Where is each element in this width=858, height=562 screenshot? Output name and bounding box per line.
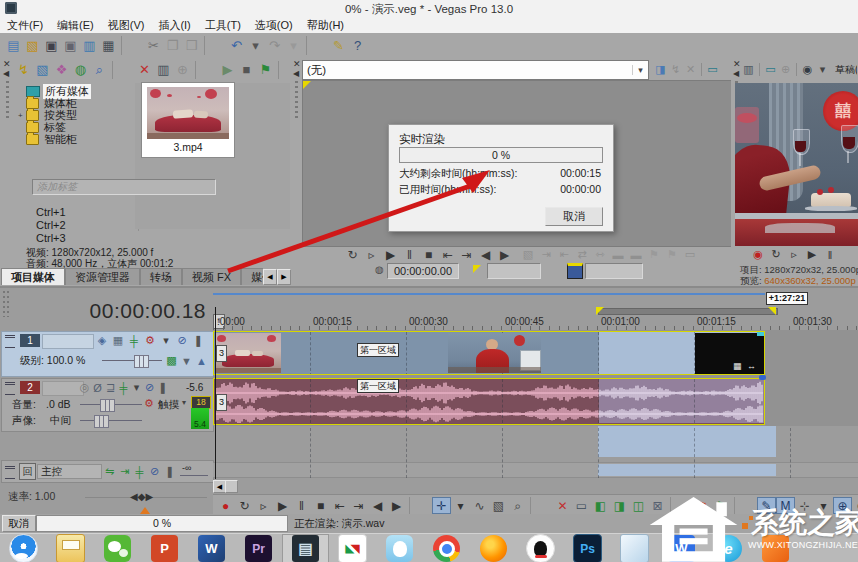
- search-media-icon[interactable]: ⌕: [90, 61, 109, 79]
- separator[interactable]: [306, 36, 326, 55]
- separator[interactable]: [121, 36, 141, 55]
- loop-playback-icon[interactable]: ↻: [343, 247, 362, 262]
- automation-gear-icon[interactable]: ⚙: [144, 397, 154, 410]
- bypass-fx-icon[interactable]: ╪: [132, 465, 147, 479]
- preview-stop-icon[interactable]: ■: [237, 61, 256, 79]
- pause-icon[interactable]: ‖: [292, 497, 311, 514]
- select-in-icon[interactable]: ⇥: [537, 247, 555, 262]
- track1-name-field[interactable]: [42, 334, 94, 349]
- big-timecode[interactable]: 00:00:00.18: [0, 299, 206, 323]
- menu-item[interactable]: 帮助(H): [300, 18, 351, 33]
- marker-icon[interactable]: ⚑: [645, 247, 663, 262]
- play-from-start-icon[interactable]: ▹: [362, 247, 381, 262]
- next-frame-icon[interactable]: ▶: [387, 497, 406, 514]
- zoom-tool-icon[interactable]: ⌕: [508, 497, 527, 514]
- touch-caret-icon[interactable]: ▾: [182, 398, 186, 407]
- level-slider-track[interactable]: [102, 360, 162, 361]
- autopreview-icon[interactable]: ↯: [668, 62, 683, 76]
- external-monitor-icon[interactable]: ▭: [705, 62, 720, 76]
- trimmer-field-out[interactable]: [585, 263, 643, 279]
- mute-icon[interactable]: ⊘: [174, 334, 190, 348]
- event-fx-icon[interactable]: ↔: [747, 361, 756, 371]
- snap-icon[interactable]: ▭: [572, 497, 591, 514]
- dock-collapse-icon[interactable]: ◀: [293, 69, 299, 78]
- overlay-icon[interactable]: ⊕: [778, 62, 793, 76]
- track-minimize-icon[interactable]: [5, 382, 15, 395]
- menu-item[interactable]: 插入(I): [151, 18, 197, 33]
- cut-icon[interactable]: ✂: [144, 36, 163, 55]
- loop-start-marker[interactable]: [596, 307, 604, 315]
- project-properties-icon[interactable]: ▦: [99, 36, 118, 55]
- separator[interactable]: [204, 36, 224, 55]
- record-icon[interactable]: ●: [216, 497, 235, 514]
- menu-item[interactable]: 视图(V): [101, 18, 152, 33]
- pan-crop-icon[interactable]: ▦: [733, 361, 742, 371]
- open-in-trimmer-icon[interactable]: ◨: [653, 62, 668, 76]
- preview-quality-label[interactable]: 草稿(自: [835, 63, 857, 77]
- dock-tab[interactable]: 转场: [140, 268, 182, 285]
- selection-tool-icon[interactable]: ▧: [489, 497, 508, 514]
- trimmer-combo[interactable]: (无) ▾: [302, 60, 649, 80]
- vol-slider-thumb[interactable]: [100, 399, 115, 412]
- scroll-thumb[interactable]: [225, 480, 238, 493]
- redo-icon[interactable]: ↷: [265, 36, 284, 55]
- envelope-tool-icon[interactable]: ∿: [470, 497, 489, 514]
- automation-caret-icon[interactable]: ▾: [158, 334, 174, 348]
- invert-phase-icon[interactable]: Ø: [91, 381, 104, 395]
- ungroup-icon[interactable]: ⊗: [852, 497, 858, 514]
- tab-scroll-right-icon[interactable]: ▶: [277, 269, 291, 285]
- delete-icon[interactable]: ✕: [553, 497, 572, 514]
- record-icon[interactable]: ◉: [749, 248, 767, 262]
- master-slider[interactable]: [180, 475, 208, 476]
- region-label-audio[interactable]: 第一区域: [357, 379, 399, 393]
- dock-tab[interactable]: 媒体生成器: [241, 268, 263, 285]
- cancel-button[interactable]: 取消: [545, 207, 603, 226]
- envelope-point[interactable]: [759, 375, 766, 380]
- redo-caret-icon[interactable]: ▾: [284, 36, 303, 55]
- play-icon[interactable]: ▶: [803, 248, 821, 262]
- next-frame-icon[interactable]: ▶: [495, 247, 514, 262]
- menu-item[interactable]: 文件(F): [0, 18, 50, 33]
- get-media-web-icon[interactable]: ◍: [71, 61, 90, 79]
- master-box-icon[interactable]: 回: [19, 463, 36, 480]
- stop-icon[interactable]: ■: [311, 497, 330, 514]
- close-trimmer-icon[interactable]: ✕: [683, 62, 698, 76]
- paste-icon[interactable]: ❒: [182, 36, 201, 55]
- solo-icon[interactable]: ❚: [162, 465, 177, 479]
- region-out-icon[interactable]: ⇿: [591, 247, 609, 262]
- go-to-start-icon[interactable]: ⇤: [438, 247, 457, 262]
- shortcut-item[interactable]: Ctrl+3: [36, 232, 156, 245]
- dock-grip[interactable]: [6, 81, 9, 121]
- separator[interactable]: [409, 497, 429, 514]
- separator[interactable]: [701, 63, 702, 76]
- tag-input[interactable]: 添加标签: [32, 179, 216, 195]
- trimmer-timecode[interactable]: 00:00:00.00: [387, 263, 459, 279]
- tree-item[interactable]: 智能柜: [18, 133, 138, 145]
- eq-icon[interactable]: ⊒: [104, 381, 117, 395]
- select-out-icon[interactable]: ⇤: [555, 247, 573, 262]
- menu-item[interactable]: 选项(O): [248, 18, 300, 33]
- dock-close-icon[interactable]: ✕: [733, 59, 741, 69]
- tool-caret-icon[interactable]: ▾: [451, 497, 470, 514]
- pan-slider-track[interactable]: [80, 420, 142, 421]
- fade-down-icon[interactable]: ▼: [179, 354, 194, 368]
- quality-caret-icon[interactable]: ▾: [815, 62, 830, 76]
- track1-header[interactable]: 1 ◈▦╪⚙▾⊘❚ 级别: 100.0 % ▩▼▲: [1, 331, 214, 377]
- add-region1-icon[interactable]: ▬: [609, 247, 627, 262]
- touch-label[interactable]: 触摸: [158, 398, 179, 412]
- window-icon[interactable]: ▭: [681, 247, 699, 262]
- new-project-icon[interactable]: ▤: [4, 36, 23, 55]
- go-to-end-icon[interactable]: ⇥: [349, 497, 368, 514]
- insert-bus-icon[interactable]: ⇋: [102, 465, 117, 479]
- automation-icon[interactable]: ⚙: [142, 334, 158, 348]
- media-tag-icon[interactable]: ⚑: [256, 61, 275, 79]
- audio-clip[interactable]: 3: [213, 378, 765, 425]
- autopreview-icon[interactable]: ↯: [14, 61, 33, 79]
- menu-item[interactable]: 编辑(E): [50, 18, 101, 33]
- go-to-end-icon[interactable]: ⇥: [457, 247, 476, 262]
- capture-icon[interactable]: ❖: [52, 61, 71, 79]
- separator[interactable]: [530, 497, 550, 514]
- parent-icon[interactable]: ▦: [110, 334, 126, 348]
- bypass-fx-icon[interactable]: ╪: [117, 381, 130, 395]
- mute-icon[interactable]: ⊘: [143, 381, 156, 395]
